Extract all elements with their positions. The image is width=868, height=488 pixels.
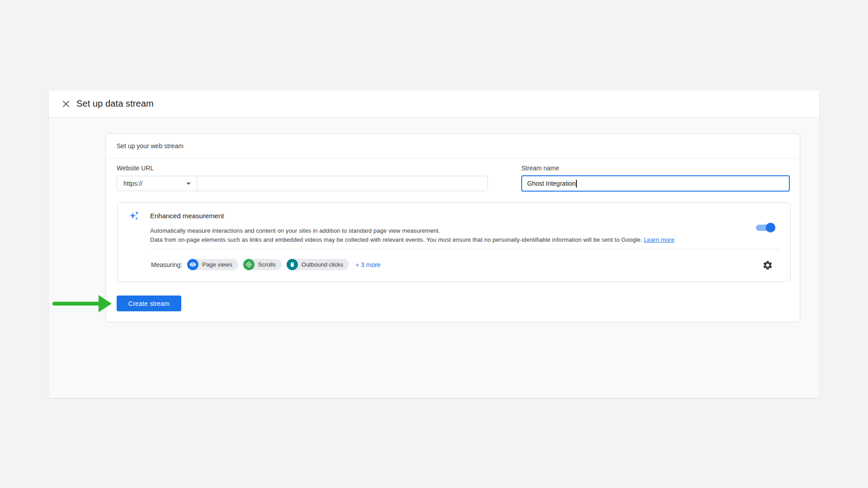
- enhanced-measurement-section: Enhanced measurement Automatically measu…: [117, 202, 791, 282]
- chip-label: Scrolls: [258, 261, 276, 268]
- enhanced-measurement-toggle[interactable]: [756, 225, 774, 231]
- set-up-data-stream-dialog: Set up data stream Set up your web strea…: [49, 90, 819, 398]
- toggle-thumb: [766, 223, 775, 232]
- enhanced-measurement-title: Enhanced measurement: [150, 212, 224, 220]
- website-url-input[interactable]: [197, 176, 487, 191]
- scroll-diamond-icon: [243, 259, 255, 270]
- divider: [151, 249, 781, 249]
- website-url-label: Website URL: [117, 164, 154, 172]
- stream-name-input[interactable]: Ghost Integration: [521, 175, 790, 192]
- sparkle-icon: [128, 210, 140, 224]
- chip-label: Outbound clicks: [302, 261, 344, 268]
- enhanced-measurement-description-2: Data from on-page elements such as links…: [150, 236, 675, 243]
- page: { "dialog": { "title": "Set up data stre…: [0, 0, 868, 488]
- chip-outbound-clicks: Outbound clicks: [287, 259, 349, 270]
- chip-page-views: Page views: [187, 259, 238, 270]
- chip-scrolls: Scrolls: [243, 259, 282, 270]
- measurement-settings-button[interactable]: [762, 260, 773, 271]
- stream-name-value: Ghost Integration: [527, 180, 576, 187]
- chevron-down-icon: [186, 183, 191, 185]
- mouse-icon: [287, 259, 298, 270]
- learn-more-link[interactable]: Learn more: [644, 236, 674, 243]
- create-stream-button[interactable]: Create stream: [117, 296, 181, 311]
- dialog-title: Set up data stream: [76, 99, 154, 109]
- annotation-arrow-icon: [52, 294, 112, 315]
- chip-label: Page views: [202, 261, 232, 268]
- dialog-header: Set up data stream: [49, 90, 819, 117]
- text-cursor: [576, 180, 577, 188]
- measuring-row: Measuring: Page views: [151, 258, 381, 271]
- website-url-field: https://: [117, 176, 488, 191]
- protocol-value: https://: [123, 180, 142, 187]
- gear-icon: [762, 260, 773, 271]
- close-button[interactable]: [61, 99, 71, 109]
- web-stream-card: Set up your web stream Website URL Strea…: [105, 133, 800, 322]
- card-title: Set up your web stream: [106, 134, 800, 159]
- eye-icon: [187, 259, 198, 270]
- measuring-label: Measuring:: [151, 261, 182, 268]
- protocol-select[interactable]: https://: [117, 176, 197, 191]
- more-measurements-link[interactable]: + 3 more: [355, 261, 381, 268]
- close-icon: [62, 100, 70, 108]
- stream-name-label: Stream name: [521, 164, 559, 172]
- enhanced-measurement-description-1: Automatically measure interactions and c…: [150, 227, 440, 234]
